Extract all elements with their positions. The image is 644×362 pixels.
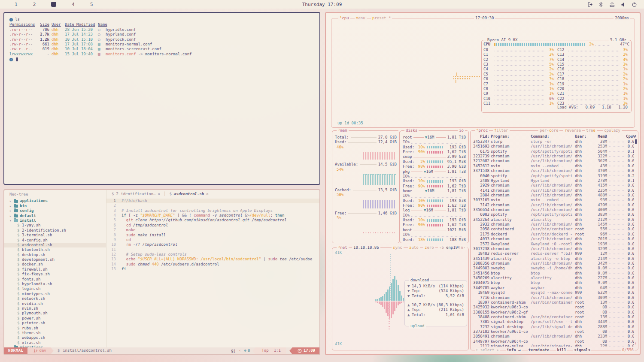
update-interval[interactable]: 2000ms bbox=[614, 16, 630, 21]
reverse-button[interactable]: reverse bbox=[563, 128, 582, 133]
process-row-7716[interactable]: 7716chromium/usr/lib/chromium/dhh309M0.0 bbox=[473, 296, 634, 300]
process-row-3451439[interactable]: 3451439alacrittyalacritty -e btopdhh214M… bbox=[473, 256, 634, 261]
signals-button[interactable]: signals bbox=[573, 348, 591, 353]
process-row-2058[interactable]: 2058containerd/usr/bin/containerroot55M0… bbox=[473, 227, 634, 232]
process-row-2175[interactable]: 2175dockerd/usr/bin/dockerd -root96M0.0 bbox=[473, 232, 634, 237]
tree-file-mimetypes.sh[interactable]: $mimetypes.sh bbox=[4, 292, 106, 296]
tree-file-nvim.sh[interactable]: $nvim.sh bbox=[4, 306, 106, 311]
tab-2-identification…[interactable]: $2-identification…× bbox=[112, 192, 160, 196]
process-row-3050491[interactable]: 3050491chromium/usr/lib/chromium/dhh233M… bbox=[473, 334, 634, 339]
sort-column-button[interactable]: cpu lazy bbox=[603, 128, 622, 133]
process-row-3449785[interactable]: 3449785waybarwaybardhh64M0.0 bbox=[473, 286, 634, 290]
process-row-4141[interactable]: 4141chromium/usr/lib/chromium/dhh235M0.0 bbox=[473, 188, 634, 193]
preset-button[interactable]: preset * bbox=[371, 16, 392, 21]
process-row-3451456[interactable]: 3451456btopbtopdhh9.0M0.0 bbox=[473, 271, 634, 276]
tree-file-1-yay.sh[interactable]: $1-yay.sh bbox=[4, 223, 106, 228]
process-row-3033165[interactable]: 3033165nvimnvim --embed .dhh95M0.0 bbox=[473, 198, 634, 202]
menu-button[interactable]: menu bbox=[355, 16, 367, 21]
process-row-18469[interactable]: 18469mysqldmysqld --max-conne999632M0.0 bbox=[473, 290, 634, 295]
tree-file-ruby.sh[interactable]: $ruby.sh bbox=[4, 326, 106, 331]
process-row-3451693[interactable]: 3451693chromium/usr/lib/chromium/dhh253M… bbox=[473, 144, 634, 149]
terminate-button[interactable]: terminate bbox=[528, 348, 550, 353]
info-button[interactable]: info ↵ bbox=[506, 348, 522, 353]
prev-iface-button[interactable]: ‹b bbox=[438, 245, 445, 250]
process-row-2932[interactable]: 2932chromium/usr/lib/chromium/dhh145M0.0 bbox=[473, 222, 634, 227]
power-icon[interactable] bbox=[632, 2, 637, 7]
tree-dir-default[interactable]: ▸default bbox=[4, 214, 106, 218]
tree-dir-bin[interactable]: ▸bin bbox=[4, 204, 106, 208]
process-row-4033[interactable]: 4033chromium/usr/lib/chromium/dhh701M0.0 bbox=[473, 237, 634, 241]
close-tab-icon[interactable]: × bbox=[158, 192, 160, 196]
select-hint[interactable]: ↑ select ↓ bbox=[475, 348, 500, 353]
process-row-2572[interactable]: 2572XwaylandXwayland :0 -rootldhh193M0.0 bbox=[473, 242, 634, 247]
process-row-3008356[interactable]: 3008356chromium/usr/lib/chromium/dhh342M… bbox=[473, 261, 634, 266]
tree-file-login.sh[interactable]: $login.sh bbox=[4, 287, 106, 291]
terminal-window-ls[interactable]: → ls PermissionsSizeUserDate ModifiedNam… bbox=[3, 12, 320, 185]
tree-file-network.sh[interactable]: $network.sh bbox=[4, 296, 106, 301]
tab-asdcontrol.sh[interactable]: $asdcontrol.sh× bbox=[169, 192, 208, 196]
kill-button[interactable]: kill bbox=[556, 348, 567, 353]
process-row-2929[interactable]: 2929chromium/usr/lib/chromium/dhh415M0.0 bbox=[473, 183, 634, 188]
tree-file-2-identification.sh[interactable]: $2-identification.sh bbox=[4, 228, 106, 233]
process-table[interactable]: 3453347slurpslurp -ordhh38M0.03451693chr… bbox=[473, 139, 634, 347]
process-row-2112[interactable]: 2112pipewire-pulse/usr/bin/pipewire-dhh2… bbox=[473, 344, 634, 347]
tree-file-webapps.sh[interactable]: $webapps.sh bbox=[4, 335, 106, 340]
tree-file-development.sh[interactable]: $development.sh bbox=[4, 257, 106, 262]
tree-file-hyprlandia.sh[interactable]: $hyprlandia.sh bbox=[4, 282, 106, 287]
tree-file-theme.sh[interactable]: $theme.sh bbox=[4, 331, 106, 335]
neovim-window[interactable]: Neo-tree ▸applications▸bin▸config▸defaul… bbox=[3, 189, 320, 355]
process-row-3356654[interactable]: 3356654chromium/usr/lib/chromium/dhh400M… bbox=[473, 208, 634, 212]
io-mode-button[interactable]: io bbox=[458, 128, 465, 133]
process-row-3449797[interactable]: 3449797kworker/u96:4-coroot0B0.0 bbox=[473, 339, 634, 344]
process-row-3449803[interactable]: 3449803swaybgswaybg -i /home/dhdhh8.0M0.… bbox=[473, 266, 634, 271]
tree-file-3-terminal.sh[interactable]: $3-terminal.sh bbox=[4, 233, 106, 238]
process-row-3450269[interactable]: 3450269alacrittyalacrittydhh227M0.0 bbox=[473, 276, 634, 281]
tree-dir-install[interactable]: ▾install bbox=[4, 218, 106, 223]
tree-file-firewall.sh[interactable]: $firewall.sh bbox=[4, 267, 106, 272]
process-row-18397[interactable]: 18397containerd-shim/usr/bin/containerro… bbox=[473, 300, 634, 305]
process-row-3017238[interactable]: 3017238chromium/usr/lib/chromium/dhh329M… bbox=[473, 247, 634, 251]
process-row-3360155[interactable]: 3360155kworker/u96:2-gfroot0B0.0 bbox=[473, 310, 634, 315]
tree-file-fix-fkeys.sh[interactable]: $fix-fkeys.sh bbox=[4, 272, 106, 277]
close-tab-icon[interactable]: × bbox=[206, 192, 208, 196]
process-row-3142[interactable]: 3142chromium/usr/lib/chromium/dhh439M0.0 bbox=[473, 203, 634, 208]
prompt-line-input[interactable]: → bbox=[9, 57, 319, 62]
zero-button[interactable]: zero bbox=[423, 245, 435, 250]
tree-file-asdcontrol.sh[interactable]: $asdcontrol.sh bbox=[4, 243, 106, 247]
process-row-6040[interactable]: 6040spotify/opt/spotify/spotidhh319M0.2 bbox=[473, 174, 634, 178]
process-row-7305[interactable]: 7305signal-desktop/proc/self/exe --tdhh3… bbox=[473, 320, 634, 324]
disks-box-title[interactable]: disks bbox=[404, 128, 419, 133]
tree-file-bluetooth.sh[interactable]: $bluetooth.sh bbox=[4, 247, 106, 252]
process-row-2488[interactable]: 2488HyprlandHyprlanddhh278M0.1 bbox=[473, 178, 634, 183]
sync-button[interactable]: sync bbox=[392, 245, 404, 250]
tree-button[interactable]: tree bbox=[585, 128, 597, 133]
editor-buffer[interactable]: 1#!/bin/bash23# Install asdcontrol for c… bbox=[106, 199, 319, 347]
network-icon[interactable] bbox=[609, 2, 615, 7]
process-row-3452264[interactable]: 3452264alacrittyalacrittydhh212M0.0 bbox=[473, 217, 634, 222]
process-row-6003[interactable]: 6003spotify/opt/spotify/spotidhh383M0.0 bbox=[473, 212, 634, 217]
screencast-icon[interactable] bbox=[587, 2, 592, 7]
process-row-6175[interactable]: 6175spotify/opt/spotify/spotidhh504M0.1 bbox=[473, 149, 634, 154]
process-row-3212682[interactable]: 3212682chromium/usr/lib/chromium/dhh362M… bbox=[473, 159, 634, 163]
process-row-3371538[interactable]: 3371538chromium/usr/lib/chromium/dhh370M… bbox=[473, 169, 634, 173]
process-row-2884[interactable]: 2884chromium/usr/lib/chromium/dhh488M0.0 bbox=[473, 193, 634, 198]
btop-window[interactable]: ¹cpu menu preset * 17:09:30 2000ms Ryzen… bbox=[325, 12, 641, 355]
bluetooth-icon[interactable] bbox=[598, 2, 604, 7]
tree-dir-config[interactable]: ▸config bbox=[4, 208, 106, 213]
next-iface-button[interactable]: n› bbox=[459, 245, 467, 250]
process-row-18483[interactable]: 18483redis-serverredis-server *:63799912… bbox=[473, 251, 634, 256]
process-table-header[interactable]: Pid: Program: Command: User: MemB Cpu% bbox=[473, 134, 634, 139]
tree-file-nvidia.sh[interactable]: $nvidia.sh bbox=[4, 302, 106, 306]
process-row-3232739[interactable]: 3232739chromium/usr/lib/chromium/dhh322M… bbox=[473, 154, 634, 159]
process-row-18408[interactable]: 18408containerd-shim/usr/bin/containerro… bbox=[473, 315, 634, 320]
tree-file-desktop.sh[interactable]: $desktop.sh bbox=[4, 253, 106, 257]
tree-file-printer.sh[interactable]: $printer.sh bbox=[4, 321, 106, 326]
tree-file-plymouth.sh[interactable]: $plymouth.sh bbox=[4, 311, 106, 316]
auto-button[interactable]: auto bbox=[408, 245, 420, 250]
tree-file-4-config.sh[interactable]: $4-config.sh bbox=[4, 238, 106, 243]
volume-icon[interactable] bbox=[620, 2, 626, 7]
scrollbar-thumb[interactable] bbox=[635, 139, 637, 144]
tree-file-fonts.sh[interactable]: $fonts.sh bbox=[4, 277, 106, 282]
process-row-3453347[interactable]: 3453347slurpslurp -ordhh38M0.0 bbox=[473, 139, 634, 144]
process-row-3425932[interactable]: 3425932kworker/u96:3-coroot0B0.0 bbox=[473, 305, 634, 310]
